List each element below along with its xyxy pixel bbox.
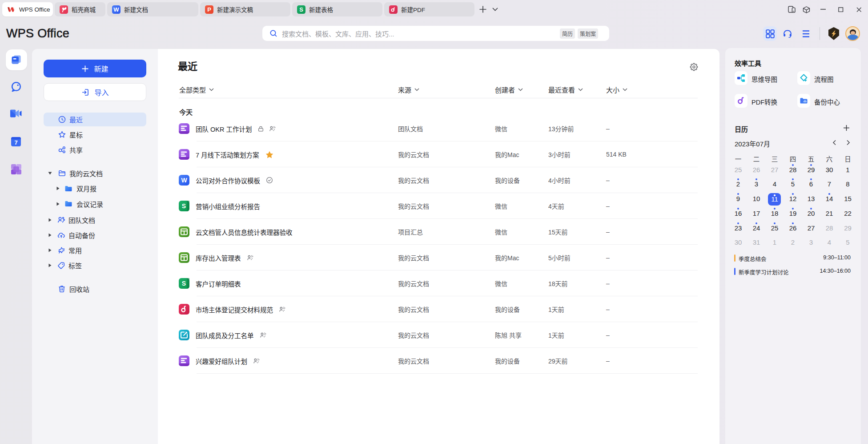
- svg-text:7: 7: [14, 139, 17, 146]
